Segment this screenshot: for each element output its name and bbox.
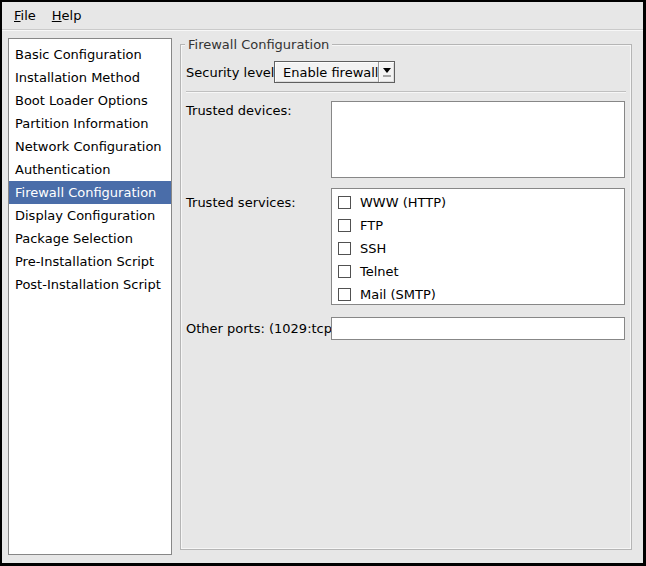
sidebar-item[interactable]: Display Configuration [9,204,171,227]
menu-item[interactable]: Help [44,2,90,29]
sidebar-item[interactable]: Authentication [9,158,171,181]
security-level-label: Security level: [186,62,279,84]
menu-bar: File Help [2,2,643,30]
section-list[interactable]: Basic Configuration Installation Method … [8,38,172,555]
trusted-devices-list[interactable] [331,101,625,178]
dropdown-indicator-line [383,75,391,77]
sidebar-item[interactable]: Firewall Configuration [9,181,171,204]
chevron-down-icon [383,68,391,73]
sidebar-item[interactable]: Partition Information [9,112,171,135]
dropdown-button[interactable] [378,62,394,82]
sidebar-item-label: Package Selection [15,231,133,246]
service-label: SSH [360,241,386,256]
security-level-select[interactable]: Enable firewall [274,61,395,83]
service-row[interactable]: FTP [332,214,624,237]
menu-item-label: File [14,8,36,23]
sidebar-item-label: Authentication [15,162,110,177]
checkbox-icon[interactable] [338,196,351,209]
separator [186,91,626,93]
firewall-configuration-frame: Firewall Configuration Security level: E… [180,44,632,550]
checkbox-icon[interactable] [338,219,351,232]
other-ports-input[interactable] [331,317,625,340]
sidebar-item-label: Firewall Configuration [15,185,156,200]
sidebar-item-label: Boot Loader Options [15,93,148,108]
checkbox-icon[interactable] [338,265,351,278]
sidebar-item[interactable]: Network Configuration [9,135,171,158]
trusted-services-list[interactable]: WWW (HTTP) FTP SSH Telnet [331,188,625,305]
sidebar-item-label: Network Configuration [15,139,162,154]
service-row[interactable]: Mail (SMTP) [332,283,624,305]
sidebar-item-label: Display Configuration [15,208,155,223]
security-level-value: Enable firewall [275,65,378,80]
service-label: Mail (SMTP) [360,287,436,302]
service-row[interactable]: Telnet [332,260,624,283]
sidebar-item-label: Pre-Installation Script [15,254,154,269]
service-row[interactable]: SSH [332,237,624,260]
trusted-services-label: Trusted services: [186,195,296,210]
checkbox-icon[interactable] [338,288,351,301]
sidebar-item[interactable]: Boot Loader Options [9,89,171,112]
other-ports-label: Other ports: (1029:tcp) [186,321,337,336]
menu-item[interactable]: File [6,2,44,29]
sidebar-item[interactable]: Pre-Installation Script [9,250,171,273]
app-window: File Help Basic Configuration Installati… [0,0,646,566]
service-label: WWW (HTTP) [360,195,446,210]
trusted-devices-label: Trusted devices: [186,103,292,118]
frame-title: Firewall Configuration [185,37,332,52]
window-body: File Help Basic Configuration Installati… [2,2,643,563]
checkbox-icon[interactable] [338,242,351,255]
sidebar-item[interactable]: Installation Method [9,66,171,89]
sidebar-item-label: Installation Method [15,70,140,85]
sidebar-item-label: Post-Installation Script [15,277,161,292]
service-label: Telnet [360,264,399,279]
sidebar-item[interactable]: Post-Installation Script [9,273,171,296]
sidebar-item-label: Basic Configuration [15,47,142,62]
service-row[interactable]: WWW (HTTP) [332,191,624,214]
menu-item-label: Help [52,8,82,23]
sidebar-item[interactable]: Package Selection [9,227,171,250]
service-label: FTP [360,218,383,233]
sidebar-item-label: Partition Information [15,116,149,131]
sidebar-item[interactable]: Basic Configuration [9,43,171,66]
